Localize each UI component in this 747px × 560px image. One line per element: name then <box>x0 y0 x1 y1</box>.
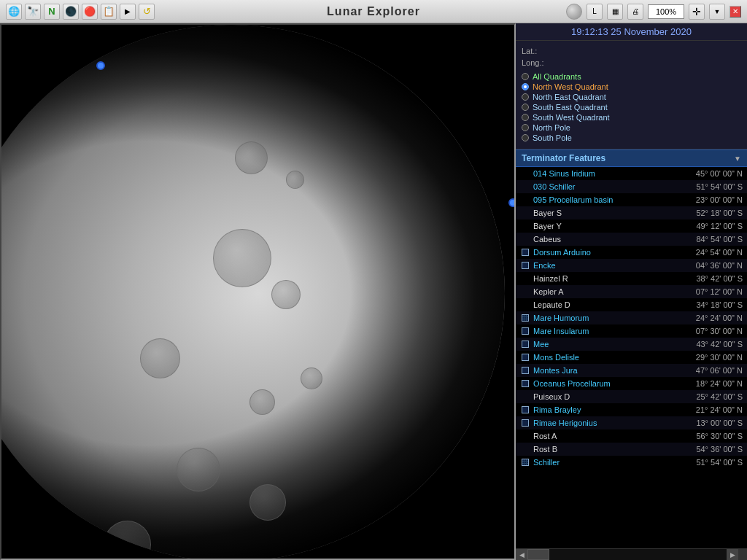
feature-coords: 84° 54' 00" S <box>684 235 743 244</box>
title-bar: 🌐 🔭 N 🌑 🔴 📋 ▶ ↺ Lunar Explorer L ▦ 🖨 100… <box>0 0 747 23</box>
feature-coords: 34° 18' 00" S <box>684 300 743 309</box>
close-button[interactable]: ✕ <box>729 6 741 18</box>
feature-row[interactable]: Mare Insularum07° 30' 00" N <box>516 324 747 338</box>
quadrant-nw[interactable]: North West Quadrant <box>522 82 741 92</box>
lat-row: Lat.: <box>522 47 741 55</box>
feature-row[interactable]: Rima Brayley21° 24' 00" N <box>516 403 747 416</box>
feature-icon <box>520 300 530 310</box>
feature-row[interactable]: Montes Jura47° 06' 00" N <box>516 364 747 377</box>
feature-row[interactable]: Oceanus Procellarum18° 24' 00" N <box>516 377 747 390</box>
print-icon[interactable]: 🖨 <box>627 4 643 20</box>
moon-phase-icon[interactable]: 🌑 <box>63 4 79 20</box>
quadrant-options: All Quadrants North West Quadrant North … <box>522 71 741 143</box>
feature-name: Encke <box>533 261 684 270</box>
crater-8 <box>301 368 322 389</box>
zoom-selector[interactable]: 100% <box>648 4 684 19</box>
terminator-title: Terminator Features <box>522 153 605 163</box>
quadrant-sw-label: South West Quadrant <box>533 113 610 122</box>
quadrant-ne[interactable]: North East Quadrant <box>522 92 741 102</box>
horizontal-scrollbar[interactable]: ◀ ▶ <box>516 548 747 560</box>
layout-icon[interactable]: ▦ <box>607 4 623 20</box>
crater-3 <box>271 280 301 309</box>
feature-row[interactable]: Rost A56° 30' 00" S <box>516 429 747 443</box>
feature-coords: 43° 42' 00" S <box>684 340 743 349</box>
datetime-text: 19:12:13 25 November 2020 <box>571 26 692 37</box>
feature-row[interactable]: Kepler A07° 12' 00" N <box>516 285 747 298</box>
radio-sw[interactable] <box>522 114 529 121</box>
radio-sp[interactable] <box>522 134 529 141</box>
feature-icon <box>520 273 530 284</box>
radio-all[interactable] <box>522 73 529 80</box>
telescope-icon[interactable]: 🔭 <box>25 4 41 20</box>
globe-icon[interactable]: 🌐 <box>6 4 22 20</box>
feature-row[interactable]: 014 Sinus Iridium45° 00' 00" N <box>516 167 747 180</box>
fullscreen-icon[interactable]: L <box>587 4 603 20</box>
scroll-left-button[interactable]: ◀ <box>516 549 527 561</box>
feature-row[interactable]: Mons Delisle29° 30' 00" N <box>516 351 747 364</box>
feature-row[interactable]: Lepaute D34° 18' 00" S <box>516 298 747 311</box>
feature-name: Cabeus <box>533 235 684 244</box>
feature-row[interactable]: Bayer S52° 18' 00" S <box>516 206 747 219</box>
feature-row[interactable]: Bayer Y49° 12' 00" S <box>516 219 747 233</box>
feature-row[interactable]: 095 Procellarum basin23° 00' 00" N <box>516 193 747 206</box>
crater-5 <box>249 389 275 415</box>
scroll-right-button[interactable]: ▶ <box>727 549 738 561</box>
refresh-icon[interactable]: ↺ <box>139 4 155 20</box>
scroll-corner <box>738 549 747 561</box>
feature-row[interactable]: Hainzel R38° 42' 00" S <box>516 272 747 285</box>
feature-icon <box>520 247 530 257</box>
quadrant-se[interactable]: South East Quadrant <box>522 102 741 112</box>
feature-coords: 51° 54' 00" S <box>684 182 743 191</box>
add-icon[interactable]: ✛ <box>689 4 705 20</box>
quadrant-np[interactable]: North Pole <box>522 122 741 133</box>
nav-dot-top[interactable] <box>96 61 105 70</box>
feature-icon <box>520 287 530 297</box>
radio-np[interactable] <box>522 124 529 131</box>
feature-icon <box>520 313 530 323</box>
terminator-header[interactable]: Terminator Features ▼ <box>516 149 747 167</box>
feature-icon <box>520 339 530 349</box>
feature-row[interactable]: Rost B54° 36' 00" S <box>516 443 747 456</box>
target-icon[interactable]: 🔴 <box>82 4 98 20</box>
radio-se[interactable] <box>522 104 529 111</box>
crater-9 <box>249 484 286 521</box>
quadrant-all-label: All Quadrants <box>533 72 581 81</box>
moon-view[interactable] <box>0 23 516 560</box>
nav-dot-right[interactable] <box>508 198 516 207</box>
quadrant-nw-label: North West Quadrant <box>533 82 608 91</box>
feature-list[interactable]: 014 Sinus Iridium45° 00' 00" N030 Schill… <box>516 167 747 548</box>
feature-name: Mare Insularum <box>533 327 684 335</box>
feature-row[interactable]: Rimae Herigonius13° 00' 00" S <box>516 416 747 429</box>
feature-coords: 25° 42' 00" S <box>684 392 743 401</box>
dropdown-icon[interactable]: ▼ <box>709 4 725 20</box>
feature-coords: 24° 54' 00" N <box>684 248 743 257</box>
feature-row[interactable]: Mare Humorum24° 24' 00" N <box>516 311 747 324</box>
feature-row[interactable]: Mee43° 42' 00" S <box>516 338 747 351</box>
quadrant-sp[interactable]: South Pole <box>522 133 741 143</box>
feature-row[interactable]: Encke04° 36' 00" N <box>516 259 747 272</box>
feature-coords: 51° 54' 00" S <box>684 458 743 467</box>
moon-terminator <box>0 25 505 560</box>
feature-coords: 47° 06' 00" N <box>684 366 743 375</box>
feature-icon <box>520 352 530 362</box>
feature-icon <box>520 208 530 218</box>
quadrant-all[interactable]: All Quadrants <box>522 71 741 82</box>
feature-row[interactable]: 030 Schiller51° 54' 00" S <box>516 180 747 193</box>
feature-name: Mee <box>533 340 684 349</box>
notes-icon[interactable]: 📋 <box>101 4 117 20</box>
play-icon[interactable]: ▶ <box>120 4 136 20</box>
radio-ne[interactable] <box>522 93 529 101</box>
quadrant-sw[interactable]: South West Quadrant <box>522 112 741 122</box>
feature-coords: 45° 00' 00" N <box>684 169 743 178</box>
feature-row[interactable]: Schiller51° 54' 00" S <box>516 456 747 469</box>
moon-surface <box>0 25 505 560</box>
terminator-dropdown-arrow[interactable]: ▼ <box>734 155 741 163</box>
feature-row[interactable]: Puiseux D25° 42' 00" S <box>516 390 747 403</box>
scroll-track[interactable] <box>527 549 727 560</box>
north-icon[interactable]: N <box>44 4 60 20</box>
feature-row[interactable]: Dorsum Arduino24° 54' 00" N <box>516 246 747 259</box>
feature-row[interactable]: Cabeus84° 54' 00" S <box>516 233 747 246</box>
radio-nw[interactable] <box>522 83 529 90</box>
scroll-thumb[interactable] <box>527 549 549 560</box>
feature-name: Montes Jura <box>533 366 684 375</box>
